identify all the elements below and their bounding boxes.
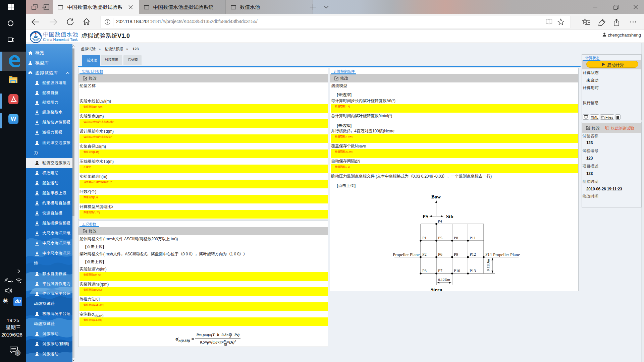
svg-text:PS: PS [422,214,428,219]
svg-text:P13: P13 [470,268,476,273]
svg-text:0.12Dm: 0.12Dm [438,278,450,282]
svg-text:0.12Dm: 0.12Dm [486,259,490,271]
svg-text:P1: P1 [422,236,427,240]
svg-text:P12: P12 [470,252,476,257]
svg-text:Propeller Plane: Propeller Plane [393,252,420,257]
svg-text:Bow: Bow [431,194,441,199]
svg-text:P9: P9 [454,252,458,257]
svg-text:P4: P4 [438,219,442,224]
svg-text:P14: P14 [485,252,492,257]
svg-text:P6: P6 [438,252,442,257]
svg-text:Stern: Stern [431,287,443,292]
svg-text:P10: P10 [454,268,460,273]
svg-text:P11: P11 [470,236,476,240]
svg-text:Propeller Plane: Propeller Plane [493,252,520,257]
svg-text:P8: P8 [454,236,458,240]
svg-text:P5: P5 [438,236,442,240]
svg-text:Stb: Stb [446,214,453,219]
svg-text:P2: P2 [422,252,427,257]
svg-text:P7: P7 [438,268,442,273]
svg-text:P3: P3 [422,268,427,273]
